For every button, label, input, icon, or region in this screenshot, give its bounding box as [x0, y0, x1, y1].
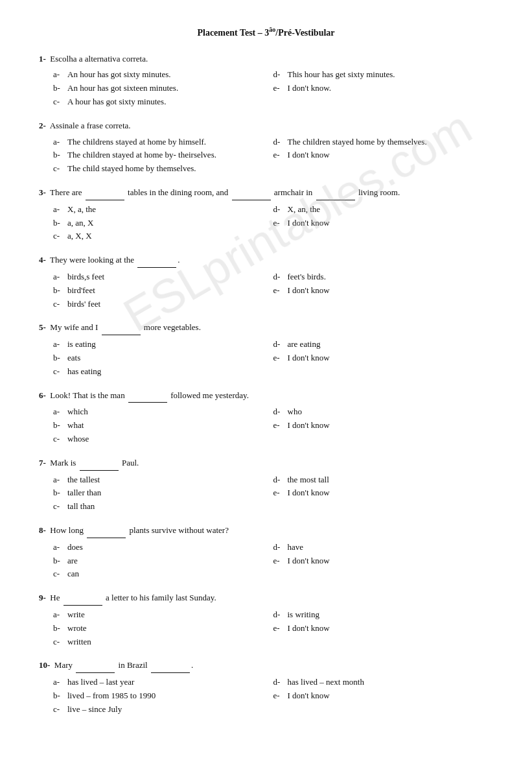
option-label: a-: [53, 203, 67, 217]
option-label: c-: [53, 703, 67, 717]
question-6: 6- Look! That is the man followed me yes…: [39, 389, 493, 446]
option-label: d-: [273, 676, 288, 689]
option-right-5-2: [273, 365, 494, 379]
option-text: live – since July: [67, 703, 122, 717]
option-left-1-1: b-An hour has got sixteen minutes.: [53, 82, 273, 95]
option-right-8-2: [273, 567, 494, 581]
option-label: d-: [273, 136, 288, 149]
option-text: I don't know: [288, 217, 330, 230]
option-text: eats: [67, 351, 80, 365]
option-text: The children stayed at home by- theirsel…: [67, 148, 216, 162]
option-text: has lived – next month: [288, 676, 364, 689]
blank-4-0: [137, 254, 176, 268]
stem-part-4-0: They were looking at the: [50, 255, 136, 265]
question-number-1: 1-: [39, 54, 46, 64]
option-label: b-: [53, 217, 67, 230]
option-right-2-1: e-I don't know: [273, 148, 494, 162]
option-label: b-: [53, 82, 67, 95]
option-text: can: [67, 567, 79, 581]
option-label: c-: [53, 298, 67, 311]
option-right-8-0: d-have: [273, 541, 494, 554]
option-right-8-1: e-I don't know: [273, 554, 494, 568]
option-left-9-1: b-wrote: [53, 622, 273, 635]
option-label: e-: [273, 554, 288, 568]
option-text: I don't know: [288, 148, 330, 162]
option-text: are eating: [288, 338, 321, 351]
option-right-5-1: e-I don't know: [273, 351, 494, 365]
option-text: I don't know: [288, 419, 330, 432]
option-right-10-2: [273, 703, 494, 717]
questions-container: 1- Escolha a alternativa correta.a-An ho…: [39, 53, 493, 717]
option-label: a-: [53, 608, 67, 622]
option-label: c-: [53, 432, 67, 446]
option-label: b-: [53, 419, 67, 432]
option-text: whose: [67, 432, 89, 446]
blank-5-0: [102, 321, 141, 335]
option-text: birds,s feet: [67, 270, 104, 284]
option-left-2-1: b-The children stayed at home by- theirs…: [53, 148, 273, 162]
option-right-2-2: [273, 162, 494, 176]
option-left-5-0: a-is eating: [53, 338, 273, 351]
option-right-3-0: d-X, an, the: [273, 203, 494, 217]
option-text: I don't know: [288, 622, 330, 635]
option-text: X, an, the: [288, 203, 321, 217]
question-7: 7- Mark is Paul.a-the tallestd-the most …: [39, 456, 493, 514]
blank-3-0: [86, 186, 124, 200]
option-label: a-: [53, 541, 67, 554]
option-left-8-0: a-does: [53, 541, 273, 554]
option-left-9-0: a-write: [53, 608, 273, 622]
option-text: a, X, X: [67, 230, 92, 243]
option-text: has eating: [67, 365, 101, 379]
blank-9-0: [64, 591, 102, 606]
option-label: b-: [53, 689, 67, 703]
option-left-5-1: b-eats: [53, 351, 273, 365]
option-left-7-1: b-taller than: [53, 486, 273, 500]
option-text: The child stayed home by themselves.: [67, 162, 196, 176]
option-label: c-: [53, 500, 67, 514]
question-4: 4- They were looking at the .a-birds,s f…: [39, 254, 493, 311]
option-text: which: [67, 405, 88, 419]
option-right-7-1: e-I don't know: [273, 486, 494, 500]
option-label: c-: [53, 365, 67, 379]
option-text: birds' feet: [67, 298, 100, 311]
option-label: a-: [53, 338, 67, 351]
option-text: This hour has get sixty minutes.: [288, 68, 395, 82]
stem-part-4-1: .: [178, 255, 179, 265]
option-left-3-2: c-a, X, X: [53, 230, 273, 243]
option-left-10-1: b-lived – from 1985 to 1990: [53, 689, 273, 703]
option-label: a-: [53, 473, 67, 487]
question-number-4: 4-: [39, 255, 46, 265]
option-right-10-0: d-has lived – next month: [273, 676, 494, 689]
option-right-5-0: d-are eating: [273, 338, 494, 351]
option-label: d-: [273, 338, 288, 351]
stem-part-5-0: My wife and I: [50, 322, 100, 332]
option-label: d-: [273, 608, 288, 622]
option-label: e-: [273, 419, 288, 432]
option-right-10-1: e-I don't know: [273, 689, 494, 703]
option-text: are: [67, 554, 78, 568]
option-left-2-0: a-The childrens stayed at home by himsel…: [53, 136, 273, 149]
option-label: d-: [273, 405, 288, 419]
option-right-6-2: [273, 432, 494, 446]
option-text: is eating: [67, 338, 96, 351]
option-right-6-1: e-I don't know: [273, 419, 494, 432]
option-label: b-: [53, 148, 67, 162]
stem-part-8-0: How long: [50, 525, 86, 535]
stem-part-10-0: Mary: [54, 660, 75, 670]
stem-part-3-0: There are: [50, 187, 84, 197]
blank-8-0: [87, 524, 126, 538]
option-right-7-0: d-the most tall: [273, 473, 494, 487]
option-text: feet's birds.: [288, 270, 326, 284]
option-label: e-: [273, 284, 288, 298]
option-text: A hour has got sixty minutes.: [67, 95, 166, 109]
option-label: d-: [273, 270, 288, 284]
option-right-3-2: [273, 230, 494, 243]
option-left-1-0: a-An hour has got sixty minutes.: [53, 68, 273, 82]
option-right-4-2: [273, 298, 494, 311]
stem-part-9-0: He: [50, 593, 62, 602]
option-text: has lived – last year: [67, 676, 134, 689]
blank-10-0: [76, 659, 115, 673]
option-left-8-1: b-are: [53, 554, 273, 568]
option-right-1-2: [273, 95, 494, 109]
option-left-3-1: b-a, an, X: [53, 217, 273, 230]
